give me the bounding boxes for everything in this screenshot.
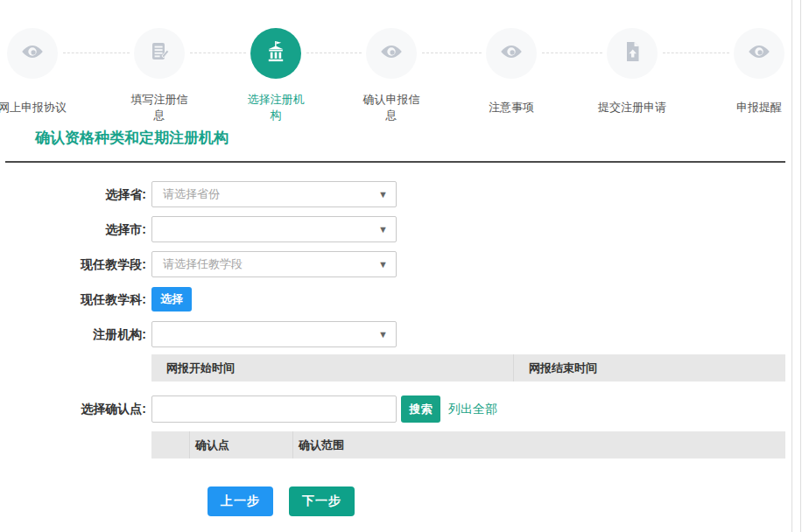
step-circle-notes xyxy=(486,28,537,79)
step-label-online-agreement: 网上申报协议 xyxy=(0,91,74,124)
report-time-table-header: 网报开始时间 网报结束时间 xyxy=(151,354,785,382)
search-button[interactable]: 搜索 xyxy=(401,396,440,423)
list-all-link[interactable]: 列出全部 xyxy=(448,402,497,417)
step-label-reminder: 申报提醒 xyxy=(717,91,801,124)
registration-org-label: 注册机构: xyxy=(0,327,146,343)
confirm-checkbox-header xyxy=(151,431,190,458)
eye-icon xyxy=(746,38,772,68)
step-connector xyxy=(306,52,362,53)
step-label-fill-info: 填写注册信息 xyxy=(117,91,201,124)
step-label-notes: 注意事项 xyxy=(469,91,553,124)
step-circle-online-agreement xyxy=(7,28,58,79)
chevron-down-icon: ▼ xyxy=(378,189,388,200)
chevron-down-icon: ▼ xyxy=(378,259,388,270)
scrollbar-track[interactable] xyxy=(791,0,801,532)
step-connector xyxy=(663,52,729,53)
step-connector xyxy=(422,52,482,53)
confirm-point-label: 选择确认点: xyxy=(0,402,146,417)
file-upload-icon xyxy=(620,39,644,67)
eye-icon xyxy=(498,38,524,68)
step-connector xyxy=(63,52,130,53)
report-start-time-header: 网报开始时间 xyxy=(151,354,514,382)
province-select-value: 请选择省份 xyxy=(163,182,220,206)
city-select[interactable]: ▼ xyxy=(151,216,397,242)
city-label: 选择市: xyxy=(0,222,146,238)
confirm-point-input[interactable] xyxy=(151,396,397,423)
confirm-range-header: 确认范围 xyxy=(293,431,785,458)
province-select[interactable]: 请选择省份 ▼ xyxy=(151,181,397,207)
title-divider xyxy=(5,161,785,163)
step-connector xyxy=(542,52,602,53)
report-end-time-header: 网报结束时间 xyxy=(514,354,785,382)
step-label-submit: 提交注册申请 xyxy=(590,91,674,124)
prev-step-button[interactable]: 上一步 xyxy=(208,486,273,516)
step-circle-reminder xyxy=(734,28,784,79)
chevron-down-icon: ▼ xyxy=(378,224,388,234)
document-edit-icon xyxy=(146,38,172,68)
teaching-stage-select[interactable]: 请选择任教学段 ▼ xyxy=(151,251,397,277)
registration-org-select[interactable]: ▼ xyxy=(151,321,397,347)
chevron-down-icon: ▼ xyxy=(378,329,388,340)
step-circle-confirm-info xyxy=(366,28,417,79)
step-circle-submit xyxy=(607,28,658,79)
eye-icon xyxy=(378,38,405,68)
step-circle-select-org xyxy=(250,28,301,79)
step-connector xyxy=(190,52,246,53)
eye-icon xyxy=(19,38,46,68)
province-label: 选择省: xyxy=(0,187,146,203)
step-label-confirm-info: 确认申报信息 xyxy=(349,91,433,124)
teaching-subject-label: 现任教学科: xyxy=(0,292,146,308)
next-step-button[interactable]: 下一步 xyxy=(289,486,355,516)
step-label-select-org: 选择注册机构 xyxy=(234,91,318,124)
page-title: 确认资格种类和定期注册机构 xyxy=(35,128,229,148)
teaching-stage-select-value: 请选择任教学段 xyxy=(163,252,243,276)
step-circle-fill-info xyxy=(134,28,185,79)
registration-wizard-page: 网上申报协议 填写注册信息 选择注册机构 确认申报信息 注意事项 提交注册申请 … xyxy=(0,0,802,532)
confirm-table-header: 确认点 确认范围 xyxy=(151,431,785,458)
teaching-stage-label: 现任教学段: xyxy=(0,257,146,273)
confirm-point-header: 确认点 xyxy=(190,431,293,458)
bank-icon xyxy=(262,38,290,69)
choose-subject-button[interactable]: 选择 xyxy=(151,287,192,312)
